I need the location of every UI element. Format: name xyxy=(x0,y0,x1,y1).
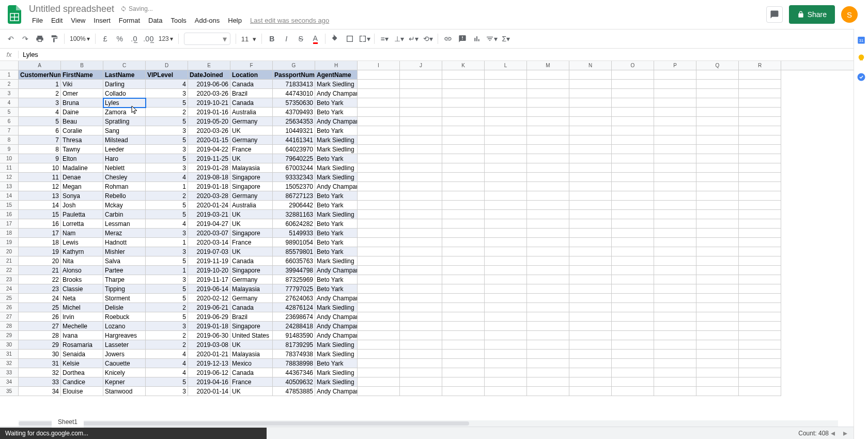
header-cell[interactable]: FirstName xyxy=(61,70,103,80)
data-cell[interactable]: Andy Champan xyxy=(315,322,358,331)
data-cell[interactable]: 2 xyxy=(146,108,188,117)
menu-file[interactable]: File xyxy=(29,16,46,25)
data-cell[interactable]: Singapore xyxy=(230,266,273,275)
data-cell[interactable]: 1 xyxy=(146,238,188,247)
data-cell[interactable]: 32 xyxy=(19,368,61,377)
data-cell[interactable] xyxy=(654,312,696,322)
data-cell[interactable]: 5 xyxy=(146,98,188,108)
data-cell[interactable] xyxy=(485,182,527,191)
data-cell[interactable] xyxy=(442,229,485,238)
column-header[interactable]: B xyxy=(61,61,103,70)
data-cell[interactable] xyxy=(696,191,739,201)
data-cell[interactable] xyxy=(569,108,612,117)
data-cell[interactable]: 4 xyxy=(146,350,188,359)
data-cell[interactable]: 2019-11-17 xyxy=(188,275,230,284)
data-cell[interactable]: 2019-01-16 xyxy=(188,108,230,117)
data-cell[interactable]: Lessman xyxy=(103,219,146,229)
menu-add-ons[interactable]: Add-ons xyxy=(192,16,223,25)
data-cell[interactable]: Andy Champan xyxy=(315,182,358,191)
data-cell[interactable]: 66035763 xyxy=(273,256,315,266)
data-cell[interactable] xyxy=(569,387,612,396)
data-cell[interactable] xyxy=(442,201,485,210)
data-cell[interactable] xyxy=(739,359,781,368)
data-cell[interactable]: Andy Champan xyxy=(315,117,358,126)
data-cell[interactable] xyxy=(654,350,696,359)
data-cell[interactable]: 5 xyxy=(146,210,188,219)
data-cell[interactable] xyxy=(400,191,442,201)
data-cell[interactable] xyxy=(400,210,442,219)
data-cell[interactable] xyxy=(612,135,654,145)
column-header[interactable]: M xyxy=(527,61,569,70)
data-cell[interactable] xyxy=(696,266,739,275)
data-cell[interactable] xyxy=(400,145,442,154)
data-cell[interactable] xyxy=(442,238,485,247)
data-cell[interactable]: 47853885 xyxy=(273,387,315,396)
data-cell[interactable] xyxy=(527,322,569,331)
data-cell[interactable]: 2020-03-07 xyxy=(188,229,230,238)
data-cell[interactable] xyxy=(358,256,400,266)
data-cell[interactable] xyxy=(485,191,527,201)
data-cell[interactable]: 2019-01-18 xyxy=(188,182,230,191)
data-cell[interactable] xyxy=(400,173,442,182)
currency-button[interactable]: £ xyxy=(99,32,112,46)
data-cell[interactable] xyxy=(527,108,569,117)
header-cell[interactable]: AgentName xyxy=(315,70,358,80)
data-cell[interactable]: 24 xyxy=(19,294,61,303)
data-cell[interactable] xyxy=(485,247,527,256)
data-cell[interactable] xyxy=(400,117,442,126)
data-cell[interactable]: 2906442 xyxy=(273,201,315,210)
data-cell[interactable] xyxy=(442,350,485,359)
data-cell[interactable]: UK xyxy=(230,387,273,396)
data-cell[interactable]: 98901054 xyxy=(273,238,315,247)
strikethrough-button[interactable]: S xyxy=(294,32,307,46)
data-cell[interactable]: 3 xyxy=(146,89,188,98)
data-cell[interactable]: Candice xyxy=(61,377,103,387)
data-cell[interactable] xyxy=(527,145,569,154)
data-cell[interactable] xyxy=(400,331,442,340)
data-cell[interactable]: Mark Siedling xyxy=(315,256,358,266)
data-cell[interactable]: UK xyxy=(230,340,273,350)
data-cell[interactable] xyxy=(527,229,569,238)
data-cell[interactable] xyxy=(485,340,527,350)
functions-button[interactable]: Σ▾ xyxy=(499,32,513,46)
data-cell[interactable]: Thresa xyxy=(61,135,103,145)
data-cell[interactable]: Viki xyxy=(61,80,103,89)
data-cell[interactable] xyxy=(485,98,527,108)
column-header[interactable]: H xyxy=(315,61,358,70)
data-cell[interactable] xyxy=(654,182,696,191)
data-cell[interactable]: Beto Yark xyxy=(315,284,358,294)
data-cell[interactable] xyxy=(696,201,739,210)
data-cell[interactable] xyxy=(569,126,612,135)
data-cell[interactable] xyxy=(400,135,442,145)
data-cell[interactable]: Germany xyxy=(230,191,273,201)
data-cell[interactable] xyxy=(654,303,696,312)
header-cell[interactable]: CustomerNumber xyxy=(19,70,61,80)
data-cell[interactable] xyxy=(569,331,612,340)
column-header[interactable]: G xyxy=(273,61,315,70)
data-cell[interactable]: 2020-01-24 xyxy=(188,201,230,210)
data-cell[interactable] xyxy=(654,275,696,284)
data-cell[interactable]: 2019-05-20 xyxy=(188,117,230,126)
data-cell[interactable] xyxy=(400,98,442,108)
data-cell[interactable]: 2019-11-25 xyxy=(188,154,230,163)
data-cell[interactable]: Mark Siedling xyxy=(315,350,358,359)
data-cell[interactable]: Beto Yark xyxy=(315,154,358,163)
data-cell[interactable]: Mark Siedling xyxy=(315,145,358,154)
data-cell[interactable] xyxy=(400,266,442,275)
data-cell[interactable]: 2 xyxy=(146,303,188,312)
data-cell[interactable]: Kelsie xyxy=(61,359,103,368)
data-cell[interactable]: Megan xyxy=(61,182,103,191)
data-cell[interactable] xyxy=(358,163,400,173)
data-cell[interactable] xyxy=(739,284,781,294)
spreadsheet-grid[interactable]: ABCDEFGHIJKLMNOPQR 1CustomerNumberFirstN… xyxy=(0,61,854,427)
insert-comment-button[interactable] xyxy=(456,32,469,46)
data-cell[interactable]: 17 xyxy=(19,229,61,238)
column-header[interactable]: A xyxy=(19,61,61,70)
data-cell[interactable] xyxy=(696,210,739,219)
data-cell[interactable] xyxy=(358,182,400,191)
data-cell[interactable]: Denae xyxy=(61,173,103,182)
data-cell[interactable]: Nam xyxy=(61,229,103,238)
data-cell[interactable]: 2019-12-13 xyxy=(188,359,230,368)
data-cell[interactable]: 93332343 xyxy=(273,173,315,182)
data-cell[interactable] xyxy=(358,266,400,275)
